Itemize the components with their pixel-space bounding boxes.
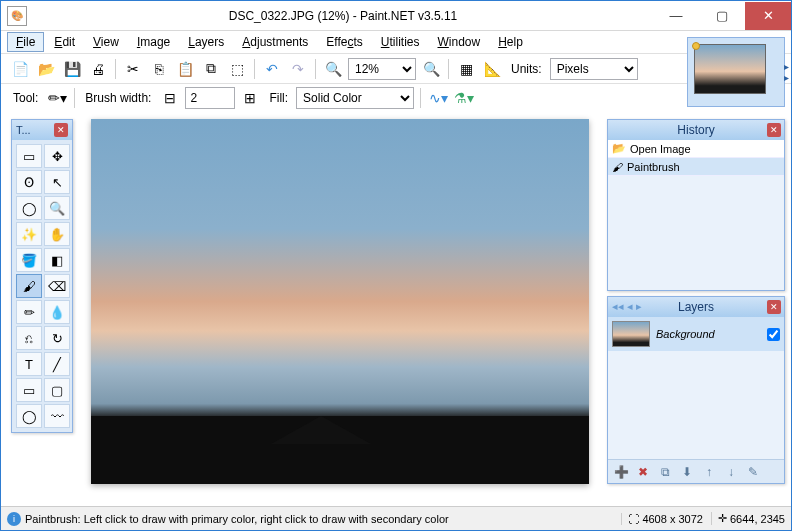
open-icon[interactable]: 📂	[35, 58, 57, 80]
move-up-icon[interactable]: ↑	[700, 463, 718, 481]
cursor-text: 6644, 2345	[730, 513, 785, 525]
history-title-text: History	[677, 123, 714, 137]
main-toolbar: 📄 📂 💾 🖨 ✂ ⎘ 📋 ⧉ ⬚ ↶ ↷ 🔍 12% 🔍 ▦ 📐 Units:…	[1, 53, 791, 83]
menu-view[interactable]: View	[85, 33, 127, 51]
add-layer-icon[interactable]: ➕	[612, 463, 630, 481]
brush-increase-icon[interactable]: ⊞	[239, 87, 261, 109]
tools-close-icon[interactable]: ✕	[54, 123, 68, 137]
delete-layer-icon[interactable]: ✖	[634, 463, 652, 481]
canvas[interactable]	[91, 119, 589, 484]
tool-options-toolbar: Tool: ✏▾ Brush width: ⊟ ⊞ Fill: Solid Co…	[1, 83, 791, 111]
layer-item[interactable]: Background	[608, 317, 784, 351]
tools-window-title[interactable]: T... ✕	[12, 120, 72, 140]
layers-title[interactable]: ◂◂ ◂ ▸ Layers ✕	[608, 297, 784, 317]
duplicate-layer-icon[interactable]: ⧉	[656, 463, 674, 481]
history-title[interactable]: History ✕	[608, 120, 784, 140]
layer-name: Background	[656, 328, 761, 340]
history-window[interactable]: History ✕ 📂 Open Image 🖌 Paintbrush	[607, 119, 785, 291]
blend-icon[interactable]: ⚗▾	[453, 87, 475, 109]
crop-icon[interactable]: ⧉	[200, 58, 222, 80]
print-icon[interactable]: 🖨	[87, 58, 109, 80]
close-button[interactable]: ✕	[745, 2, 791, 30]
history-item[interactable]: 🖌 Paintbrush	[608, 158, 784, 176]
properties-icon[interactable]: ✎	[744, 463, 762, 481]
clone-tool[interactable]: ⎌	[16, 326, 42, 350]
image-thumbnail[interactable]	[694, 44, 766, 94]
picker-tool[interactable]: 💧	[44, 300, 70, 324]
maximize-button[interactable]: ▢	[699, 2, 745, 30]
fill-select[interactable]: Solid Color	[296, 87, 414, 109]
ellipse-tool[interactable]: ◯	[16, 404, 42, 428]
units-select[interactable]: Pixels	[550, 58, 638, 80]
eraser-tool[interactable]: ⌫	[44, 274, 70, 298]
image-list-panel[interactable]	[687, 37, 785, 107]
pencil-tool[interactable]: ✏	[16, 300, 42, 324]
units-label: Units:	[511, 62, 542, 76]
layers-nav-icons[interactable]: ◂◂ ◂ ▸	[612, 300, 642, 313]
menu-file[interactable]: File	[7, 32, 44, 52]
move-tool[interactable]: ↖	[44, 170, 70, 194]
image-list-dropdown-icon[interactable]: ▸▸	[784, 61, 789, 83]
move-sel-tool[interactable]: ✥	[44, 144, 70, 168]
layer-visible-checkbox[interactable]	[767, 328, 780, 341]
menu-help[interactable]: Help	[490, 33, 531, 51]
freeform-tool[interactable]: 〰	[44, 404, 70, 428]
lasso-tool[interactable]: ʘ	[16, 170, 42, 194]
paintbrush-tool[interactable]: 🖌	[16, 274, 42, 298]
zoom-out-icon[interactable]: 🔍	[322, 58, 344, 80]
gradient-tool[interactable]: ◧	[44, 248, 70, 272]
line-tool[interactable]: ╱	[44, 352, 70, 376]
window-controls: — ▢ ✕	[653, 2, 791, 30]
separator	[74, 88, 75, 108]
history-list: 📂 Open Image 🖌 Paintbrush	[608, 140, 784, 290]
save-icon[interactable]: 💾	[61, 58, 83, 80]
menu-window[interactable]: Window	[430, 33, 489, 51]
open-image-icon: 📂	[612, 142, 626, 155]
layer-thumbnail	[612, 321, 650, 347]
wand-tool[interactable]: ✨	[16, 222, 42, 246]
ellipse-select-tool[interactable]: ◯	[16, 196, 42, 220]
brush-decrease-icon[interactable]: ⊟	[159, 87, 181, 109]
pan-tool[interactable]: ✋	[44, 222, 70, 246]
menu-edit[interactable]: Edit	[46, 33, 83, 51]
ruler-icon[interactable]: 📐	[481, 58, 503, 80]
antialias-icon[interactable]: ∿▾	[427, 87, 449, 109]
history-item[interactable]: 📂 Open Image	[608, 140, 784, 158]
copy-icon[interactable]: ⎘	[148, 58, 170, 80]
menu-image[interactable]: Image	[129, 33, 178, 51]
rect-select-tool[interactable]: ▭	[16, 144, 42, 168]
redo-icon[interactable]: ↷	[287, 58, 309, 80]
layers-close-icon[interactable]: ✕	[767, 300, 781, 314]
brush-width-input[interactable]	[185, 87, 235, 109]
minimize-button[interactable]: —	[653, 2, 699, 30]
rect-tool[interactable]: ▭	[16, 378, 42, 402]
current-tool-icon[interactable]: ✏▾	[46, 87, 68, 109]
recolor-tool[interactable]: ↻	[44, 326, 70, 350]
layers-window[interactable]: ◂◂ ◂ ▸ Layers ✕ Background ➕ ✖ ⧉ ⬇ ↑ ↓ ✎	[607, 296, 785, 484]
separator	[315, 59, 316, 79]
cut-icon[interactable]: ✂	[122, 58, 144, 80]
merge-down-icon[interactable]: ⬇	[678, 463, 696, 481]
menu-layers[interactable]: Layers	[180, 33, 232, 51]
dimensions-text: 4608 x 3072	[642, 513, 703, 525]
zoom-tool[interactable]: 🔍	[44, 196, 70, 220]
grid-icon[interactable]: ▦	[455, 58, 477, 80]
tools-window[interactable]: T... ✕ ▭ ✥ ʘ ↖ ◯ 🔍 ✨ ✋ 🪣 ◧ 🖌 ⌫ ✏ 💧 ⎌ ↻ T…	[11, 119, 73, 433]
zoom-select[interactable]: 12%	[348, 58, 416, 80]
new-icon[interactable]: 📄	[9, 58, 31, 80]
move-down-icon[interactable]: ↓	[722, 463, 740, 481]
separator	[448, 59, 449, 79]
menu-utilities[interactable]: Utilities	[373, 33, 428, 51]
round-rect-tool[interactable]: ▢	[44, 378, 70, 402]
paste-icon[interactable]: 📋	[174, 58, 196, 80]
deselect-icon[interactable]: ⬚	[226, 58, 248, 80]
separator	[254, 59, 255, 79]
bucket-tool[interactable]: 🪣	[16, 248, 42, 272]
undo-icon[interactable]: ↶	[261, 58, 283, 80]
history-close-icon[interactable]: ✕	[767, 123, 781, 137]
text-tool[interactable]: T	[16, 352, 42, 376]
zoom-in-icon[interactable]: 🔍	[420, 58, 442, 80]
menu-adjustments[interactable]: Adjustments	[234, 33, 316, 51]
menu-effects[interactable]: Effects	[318, 33, 370, 51]
info-icon: i	[7, 512, 21, 526]
